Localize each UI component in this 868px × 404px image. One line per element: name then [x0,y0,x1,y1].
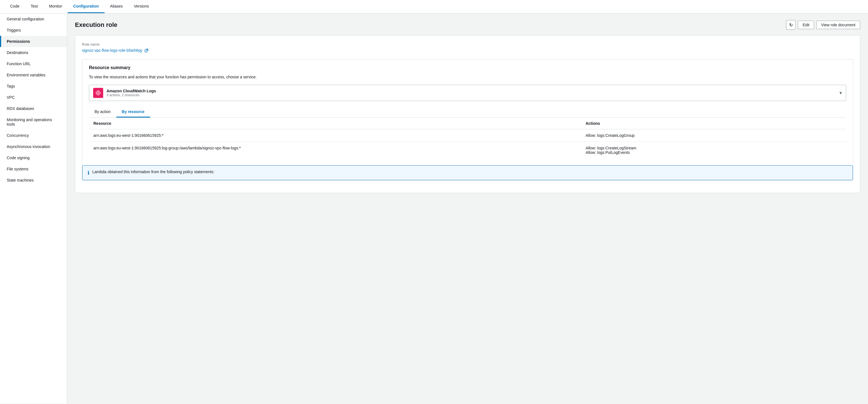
service-meta: 3 actions, 2 resources [106,93,156,97]
tab-configuration[interactable]: Configuration [68,0,104,13]
chevron-down-icon: ▾ [839,90,842,96]
sidebar-item-rds-databases[interactable]: RDS databases [0,103,67,114]
service-dropdown-left: Amazon CloudWatch Logs 3 actions, 2 reso… [93,88,156,98]
table-header-actions: Actions [581,118,846,129]
view-role-document-button[interactable]: View role document [816,21,860,29]
service-info: Amazon CloudWatch Logs 3 actions, 2 reso… [106,89,156,97]
role-name-card: Role name signoz-vpc-flow-logs-role-b5ie… [75,35,860,193]
role-label: Role name [82,42,853,47]
sidebar-item-permissions[interactable]: Permissions [0,36,67,47]
resource-table: Resource Actions arn:aws:logs:eu-west-1:… [89,118,846,158]
svg-point-3 [97,92,99,94]
table-row: arn:aws:logs:eu-west-1:901660615925:* Al… [89,129,846,142]
top-tab-bar: Code Test Monitor Configuration Aliases … [0,0,868,13]
sidebar-item-vpc[interactable]: VPC [0,92,67,103]
section-header: Execution role ↻ Edit View role document [75,20,860,30]
table-cell-actions-1: Allow: logs:CreateLogGroup [581,129,846,142]
role-link-text: signoz-vpc-flow-logs-role-b5ieh6qy [82,48,142,53]
main-content: Execution role ↻ Edit View role document… [67,13,868,403]
info-banner-text: Lambda obtained this information from th… [92,170,215,174]
tab-code[interactable]: Code [4,0,25,13]
table-cell-actions-2: Allow: logs:CreateLogStream Allow: logs:… [581,142,846,159]
tab-test[interactable]: Test [25,0,43,13]
sidebar-item-general-configuration[interactable]: General configuration [0,13,67,25]
sidebar-item-environment-variables[interactable]: Environment variables [0,69,67,81]
sidebar-item-triggers[interactable]: Triggers [0,25,67,36]
info-icon: ℹ [88,170,90,176]
page-title: Execution role [75,21,118,29]
sidebar-item-concurrency[interactable]: Concurrency [0,130,67,141]
refresh-icon: ↻ [789,22,793,28]
table-cell-resource-2: arn:aws:logs:eu-west-1:901660615925:log-… [89,142,581,159]
resource-summary-section: Resource summary To view the resources a… [82,59,853,180]
service-name: Amazon CloudWatch Logs [106,89,156,93]
info-banner: ℹ Lambda obtained this information from … [82,165,853,180]
role-link[interactable]: signoz-vpc-flow-logs-role-b5ieh6qy [82,48,853,53]
sidebar-item-monitoring-operations[interactable]: Monitoring and operations tools [0,114,67,130]
service-icon [93,88,103,98]
resource-summary-inner: Resource summary To view the resources a… [82,60,853,164]
header-actions: ↻ Edit View role document [786,20,860,30]
resource-summary-title: Resource summary [89,65,846,70]
external-link-icon [145,49,148,52]
sidebar-item-tags[interactable]: Tags [0,81,67,92]
tab-monitor[interactable]: Monitor [43,0,68,13]
resource-tabs: By action By resource [89,107,846,118]
sidebar-item-code-signing[interactable]: Code signing [0,152,67,164]
table-row: arn:aws:logs:eu-west-1:901660615925:log-… [89,142,846,159]
sidebar-item-function-url[interactable]: Function URL [0,58,67,69]
tab-by-action[interactable]: By action [89,107,116,117]
sidebar-item-asynchronous-invocation[interactable]: Asynchronous invocation [0,141,67,152]
tab-aliases[interactable]: Aliases [104,0,128,13]
edit-button[interactable]: Edit [798,21,814,29]
tab-versions[interactable]: Versions [128,0,155,13]
sidebar-item-destinations[interactable]: Destinations [0,47,67,58]
sidebar: General configuration Triggers Permissio… [0,13,67,403]
table-header-resource: Resource [89,118,581,129]
sidebar-item-state-machines[interactable]: State machines [0,175,67,186]
refresh-button[interactable]: ↻ [786,20,796,30]
resource-summary-description: To view the resources and actions that y… [89,75,846,79]
service-dropdown[interactable]: Amazon CloudWatch Logs 3 actions, 2 reso… [89,85,846,101]
layout: General configuration Triggers Permissio… [0,13,868,403]
svg-point-2 [96,91,100,95]
tab-by-resource[interactable]: By resource [116,107,150,117]
table-header-row: Resource Actions [89,118,846,129]
sidebar-item-file-systems[interactable]: File systems [0,164,67,175]
table-cell-resource-1: arn:aws:logs:eu-west-1:901660615925:* [89,129,581,142]
